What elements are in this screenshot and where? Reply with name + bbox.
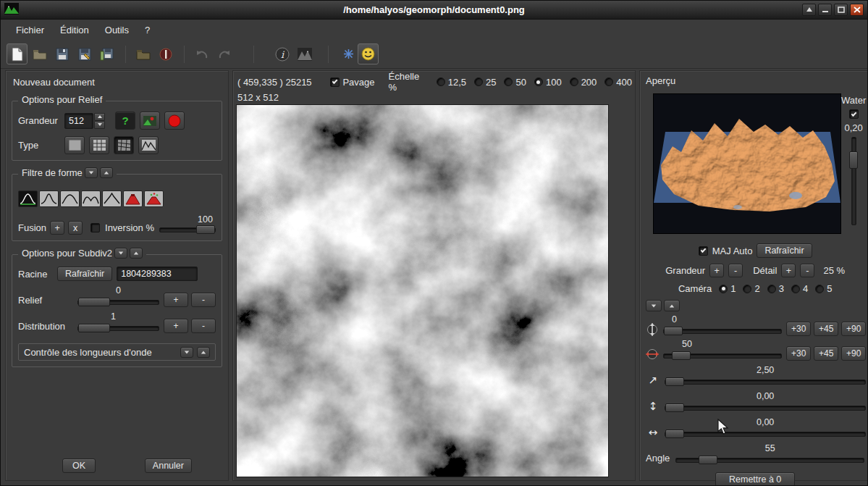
pavage-checkbox[interactable]	[330, 77, 340, 87]
reset-view-button[interactable]: Remettre à 0	[715, 472, 795, 486]
grandeur-input[interactable]	[64, 113, 93, 129]
subdiv-collapse-button[interactable]	[114, 248, 127, 259]
rotate-horizontal-slider[interactable]	[663, 351, 782, 361]
rotv-plus30-button[interactable]: +30	[786, 322, 811, 336]
open-button[interactable]	[29, 43, 50, 64]
roth-plus30-button[interactable]: +30	[786, 346, 811, 361]
menu-outils[interactable]: Outils	[98, 22, 135, 38]
fusion-add-button[interactable]: +	[50, 221, 64, 235]
rotate-vertical-slider[interactable]	[663, 326, 782, 336]
menu-help[interactable]: ?	[138, 22, 156, 38]
filter-volcano-eruption-button[interactable]	[144, 190, 164, 207]
record-button[interactable]	[164, 112, 185, 130]
scale-radio-200[interactable]	[570, 77, 578, 86]
pan-vertical-slider[interactable]	[665, 403, 866, 413]
cancel-button[interactable]: Annuler	[145, 458, 192, 473]
relief-minus-button[interactable]: -	[191, 293, 216, 307]
undo-button[interactable]	[191, 43, 212, 64]
wavelength-collapse-button[interactable]	[180, 347, 193, 358]
distribution-plus-button[interactable]: +	[164, 319, 188, 333]
close-button[interactable]	[850, 4, 864, 16]
shade-button[interactable]	[802, 4, 816, 16]
filter-expand-button[interactable]	[100, 167, 113, 178]
camera-radio-1[interactable]	[719, 285, 728, 293]
pan-horizontal-slider[interactable]	[665, 429, 866, 439]
angle-slider[interactable]	[675, 455, 864, 465]
filter-wide-bell-button[interactable]	[60, 190, 80, 207]
render-3d-button[interactable]	[294, 43, 315, 64]
type-grid-button[interactable]	[89, 136, 109, 154]
smiley-icon	[361, 47, 375, 61]
heightmap-canvas[interactable]	[236, 104, 609, 477]
distribution-slider[interactable]	[77, 323, 159, 333]
camera-radio-5[interactable]	[815, 285, 824, 293]
scale-radio-25[interactable]	[474, 77, 483, 86]
camera-option-label: 1	[730, 283, 736, 294]
minimize-button[interactable]	[818, 4, 832, 16]
menu-fichier[interactable]: Fichier	[9, 22, 51, 38]
stop-button[interactable]	[155, 43, 176, 64]
distribution-minus-button[interactable]: -	[191, 319, 216, 333]
redo-button[interactable]	[214, 43, 235, 64]
wavelength-expand-button[interactable]	[197, 347, 210, 358]
distribution-value: 1	[77, 311, 159, 323]
detail-minus-button[interactable]: -	[800, 264, 814, 277]
grandeur-spin-up[interactable]	[94, 113, 105, 121]
inversion-slider[interactable]	[159, 225, 216, 235]
filter-icons-row	[18, 190, 216, 207]
help-button[interactable]: ?	[115, 112, 135, 130]
type-mountains-button[interactable]	[138, 136, 159, 154]
zoom-slider[interactable]	[665, 377, 866, 387]
camera-radio-4[interactable]	[791, 285, 800, 293]
grandeur-spin-down[interactable]	[94, 121, 105, 129]
filter-spike-button[interactable]	[102, 190, 122, 207]
new-document-button[interactable]	[7, 43, 28, 64]
water-level-slider[interactable]	[848, 137, 859, 225]
type-subdiv-button[interactable]	[114, 136, 134, 154]
filter-collapse-button[interactable]	[85, 167, 98, 178]
relief-plus-button[interactable]: +	[164, 293, 188, 307]
seed-input[interactable]	[117, 267, 198, 281]
detail-plus-button[interactable]: +	[781, 264, 796, 277]
preview-image-button[interactable]	[140, 112, 160, 130]
camera-radio-2[interactable]	[743, 285, 751, 293]
preview-refresh-button[interactable]: Rafraîchir	[757, 243, 812, 258]
ok-button[interactable]: OK	[62, 458, 96, 473]
camera-radio-3[interactable]	[767, 285, 776, 293]
rotv-plus45-button[interactable]: +45	[814, 322, 838, 336]
image-icon	[143, 116, 156, 126]
subdiv-expand-button[interactable]	[130, 248, 143, 259]
save-as-button[interactable]	[74, 43, 95, 64]
grandeur-minus-button[interactable]: -	[728, 264, 743, 277]
panel-title: Nouveau document	[13, 77, 222, 88]
maximize-button[interactable]	[834, 4, 848, 16]
rotation-expand-button[interactable]	[664, 300, 680, 311]
scale-radio-400[interactable]	[604, 77, 613, 86]
inversion-checkbox[interactable]	[90, 223, 100, 232]
directories-button[interactable]	[132, 43, 153, 64]
filter-bell-button[interactable]	[18, 190, 38, 207]
relief-slider[interactable]	[77, 297, 159, 307]
water-checkbox[interactable]	[849, 109, 859, 119]
racine-refresh-button[interactable]: Rafraîchir	[57, 267, 112, 281]
rotation-collapse-button[interactable]	[646, 300, 662, 311]
info-button[interactable]: i	[271, 43, 292, 64]
fusion-multiply-button[interactable]: x	[68, 221, 83, 235]
grandeur-plus-button[interactable]: +	[709, 264, 724, 277]
rotv-plus90-button[interactable]: +90	[841, 322, 866, 336]
filter-narrow-bell-button[interactable]	[39, 190, 59, 207]
maj-auto-checkbox[interactable]	[699, 246, 708, 256]
roth-plus90-button[interactable]: +90	[841, 346, 866, 361]
scale-radio-50[interactable]	[504, 77, 513, 86]
menu-edition[interactable]: Édition	[54, 22, 96, 38]
options-button[interactable]	[340, 43, 356, 64]
filter-volcano-button[interactable]	[123, 190, 143, 207]
save-button[interactable]	[51, 43, 72, 64]
save-copy-button[interactable]	[96, 43, 117, 64]
about-button[interactable]	[358, 43, 379, 64]
scale-radio-12[interactable]	[437, 77, 445, 86]
scale-radio-100[interactable]	[534, 77, 543, 86]
roth-plus45-button[interactable]: +45	[814, 346, 838, 361]
filter-double-bump-button[interactable]	[81, 190, 101, 207]
type-flat-button[interactable]	[64, 136, 85, 154]
